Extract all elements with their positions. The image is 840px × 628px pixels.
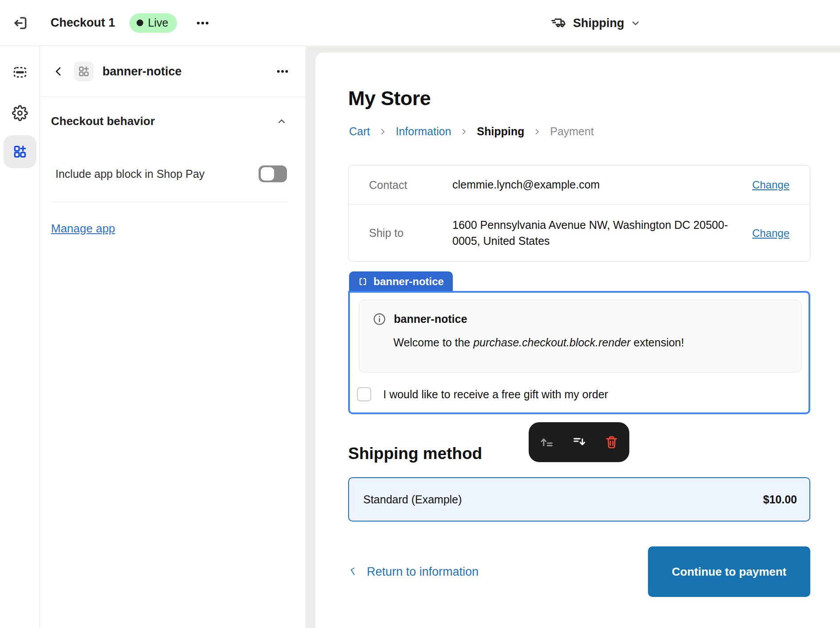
page-selector-label: Shipping — [573, 16, 624, 30]
block-more-actions-button[interactable] — [273, 62, 292, 81]
horizontal-dots-icon — [195, 16, 210, 31]
chevron-left-icon — [53, 66, 64, 77]
selected-app-block[interactable]: banner-notice Welcome to the purchase.ch… — [348, 291, 810, 414]
shipping-option-selected[interactable]: Standard (Example) $10.00 — [348, 477, 810, 522]
info-banner: banner-notice Welcome to the purchase.ch… — [359, 300, 801, 373]
status-badge: Live — [130, 13, 177, 33]
breadcrumb-cart[interactable]: Cart — [349, 125, 370, 138]
truck-icon — [550, 15, 567, 31]
section-title: Checkout behavior — [51, 114, 155, 128]
chevron-up-icon — [276, 116, 287, 127]
shipping-option-price: $10.00 — [763, 493, 797, 506]
return-link-label: Return to information — [367, 565, 479, 579]
change-contact-link[interactable]: Change — [752, 179, 789, 191]
selected-block-tab-label: banner-notice — [373, 275, 444, 288]
panel-divider — [51, 202, 287, 202]
rail-settings-button[interactable] — [10, 103, 30, 123]
panel-body: Checkout behavior Include app block in S… — [40, 97, 306, 236]
free-gift-checkbox[interactable] — [357, 387, 371, 401]
status-badge-label: Live — [148, 16, 169, 29]
return-to-information-link[interactable]: Return to information — [348, 565, 479, 579]
exit-icon — [12, 15, 29, 31]
banner-title: banner-notice — [394, 313, 467, 326]
app-block-grid-plus-icon — [12, 144, 27, 159]
shipping-option-name: Standard (Example) — [363, 493, 462, 506]
toggle-knob — [261, 167, 274, 181]
checkout-content: My Store Cart Information Shipping Payme… — [348, 52, 810, 628]
block-floating-toolbar — [529, 422, 629, 462]
order-summary-box: Contact clemmie.lynch@example.com Change… — [348, 165, 810, 262]
summary-value: clemmie.lynch@example.com — [452, 177, 752, 193]
banner-title-row: banner-notice — [373, 312, 788, 326]
store-name-heading: My Store — [348, 87, 431, 110]
summary-row-contact: Contact clemmie.lynch@example.com Change — [349, 165, 810, 204]
more-actions-button[interactable] — [193, 13, 212, 33]
page-selector-dropdown[interactable]: Shipping — [550, 0, 641, 46]
extension-target-name: purchase.checkout.block.render — [473, 336, 630, 349]
editor-icon-rail — [0, 47, 40, 628]
checkout-footer: Return to information Continue to paymen… — [348, 546, 810, 597]
free-gift-checkbox-row: I would like to receive a free gift with… — [357, 387, 809, 401]
rail-apps-selected-highlight — [4, 135, 36, 168]
move-block-down-button[interactable] — [571, 434, 587, 450]
topbar-left: Checkout 1 Live — [0, 13, 212, 33]
free-gift-checkbox-label: I would like to receive a free gift with… — [383, 388, 608, 401]
move-up-icon — [539, 435, 554, 450]
chevron-right-icon — [459, 127, 468, 136]
continue-to-payment-button[interactable]: Continue to payment — [648, 546, 810, 597]
checkout-preview-area: My Store Cart Information Shipping Payme… — [306, 47, 840, 628]
shipping-method-heading: Shipping method — [348, 444, 482, 463]
summary-label: Ship to — [369, 227, 452, 239]
rail-app-blocks-button[interactable] — [10, 142, 30, 161]
app-block-badge — [74, 62, 94, 81]
breadcrumb-payment: Payment — [550, 125, 594, 138]
summary-value: 1600 Pennsylvania Avenue NW, Washington … — [452, 217, 752, 249]
topbar: Checkout 1 Live Shipping — [0, 0, 840, 46]
breadcrumb-shipping: Shipping — [477, 125, 524, 138]
manage-app-link[interactable]: Manage app — [51, 222, 115, 236]
panel-header: banner-notice — [40, 47, 306, 97]
back-button[interactable] — [52, 65, 65, 78]
chevron-down-icon — [630, 18, 641, 28]
move-block-up-button[interactable] — [539, 434, 555, 450]
breadcrumb: Cart Information Shipping Payment — [349, 125, 594, 138]
chevron-right-icon — [533, 127, 542, 136]
sections-icon — [12, 64, 28, 80]
exit-editor-button[interactable] — [12, 14, 29, 32]
page-title: Checkout 1 — [51, 16, 115, 30]
checkout-behavior-section-header[interactable]: Checkout behavior — [51, 114, 287, 128]
horizontal-dots-icon — [275, 64, 290, 78]
app-block-grid-plus-icon — [78, 65, 90, 78]
shop-pay-setting-row: Include app block in Shop Pay — [51, 165, 287, 182]
change-address-link[interactable]: Change — [752, 227, 789, 239]
rail-sections-button[interactable] — [10, 63, 30, 82]
gear-icon — [12, 105, 28, 121]
block-settings-panel: banner-notice Checkout behavior Include … — [40, 47, 306, 628]
move-down-icon — [572, 435, 587, 450]
info-icon — [373, 312, 386, 326]
brackets-icon — [358, 277, 368, 287]
chevron-left-icon — [348, 567, 358, 577]
checkout-preview-card: My Store Cart Information Shipping Payme… — [315, 52, 840, 628]
delete-block-button[interactable] — [604, 434, 620, 450]
banner-message: Welcome to the purchase.checkout.block.r… — [393, 336, 788, 349]
breadcrumb-information[interactable]: Information — [396, 125, 451, 138]
panel-block-title: banner-notice — [102, 65, 264, 78]
summary-row-ship-to: Ship to 1600 Pennsylvania Avenue NW, Was… — [349, 204, 810, 261]
chevron-right-icon — [378, 127, 387, 136]
trash-icon — [604, 435, 619, 450]
shop-pay-toggle[interactable] — [259, 165, 287, 182]
toggle-label: Include app block in Shop Pay — [55, 168, 204, 181]
live-dot-icon — [137, 20, 143, 26]
summary-label: Contact — [369, 179, 452, 192]
selected-block-tab[interactable]: banner-notice — [349, 271, 453, 292]
